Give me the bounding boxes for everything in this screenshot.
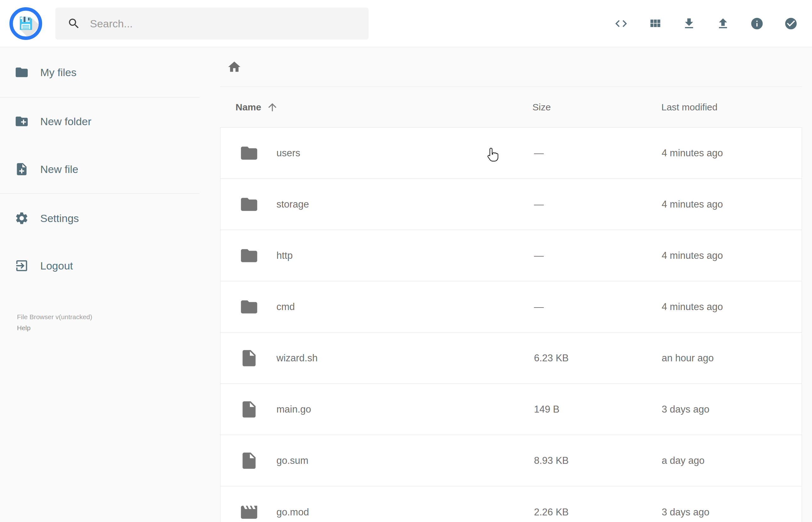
column-header-modified[interactable]: Last modified <box>662 102 802 113</box>
file-name: cmd <box>277 301 295 313</box>
file-name: http <box>277 250 293 261</box>
file-name: users <box>277 147 300 159</box>
folder-icon <box>239 143 259 163</box>
file-modified: an hour ago <box>662 353 801 364</box>
file-size: — <box>533 250 662 261</box>
file-name: main.go <box>277 404 311 415</box>
file-plus-icon <box>15 162 29 176</box>
file-modified: 4 minutes ago <box>662 147 801 159</box>
folder-icon <box>239 195 259 214</box>
file-modified: 4 minutes ago <box>662 301 801 313</box>
app-version: File Browser v(untracked) <box>17 311 199 322</box>
movie-icon <box>239 502 259 522</box>
file-size: 8.93 KB <box>533 455 662 466</box>
file-modified: 4 minutes ago <box>662 199 801 210</box>
file-modified: 4 minutes ago <box>662 250 801 261</box>
code-button[interactable] <box>614 17 628 31</box>
sidebar-item-label: Settings <box>40 212 79 224</box>
sidebar-divider <box>0 97 199 98</box>
file-size: — <box>533 147 662 159</box>
grid-icon <box>648 17 662 31</box>
folder-plus-icon <box>15 114 29 128</box>
home-icon <box>227 60 242 74</box>
app-logo[interactable] <box>9 7 42 40</box>
file-name: wizard.sh <box>277 353 318 364</box>
upload-icon <box>716 17 730 31</box>
select-button[interactable] <box>784 17 798 31</box>
sidebar-item-label: Logout <box>40 260 73 272</box>
table-row[interactable]: wizard.sh6.23 KBan hour ago <box>221 333 801 384</box>
breadcrumb <box>199 47 812 86</box>
sort-ascending-icon <box>266 101 278 113</box>
file-modified: 3 days ago <box>662 507 801 518</box>
sidebar-item-label: My files <box>40 66 76 79</box>
sidebar: My files New folder New file Settings Lo… <box>0 47 199 522</box>
folder-icon <box>15 65 29 80</box>
sidebar-item-label: New file <box>40 163 78 176</box>
download-button[interactable] <box>682 17 696 31</box>
search-icon <box>67 17 81 30</box>
folder-icon <box>239 297 259 317</box>
file-size: 2.26 KB <box>533 507 662 518</box>
code-icon <box>614 17 628 31</box>
file-icon <box>239 400 259 419</box>
upload-button[interactable] <box>716 17 730 31</box>
file-listing: users—4 minutes agostorage—4 minutes ago… <box>220 127 802 522</box>
sidebar-item-logout[interactable]: Logout <box>0 249 199 282</box>
download-icon <box>682 17 696 31</box>
file-modified: 3 days ago <box>662 404 801 415</box>
logout-icon <box>15 259 29 273</box>
home-button[interactable] <box>227 60 242 74</box>
file-size: 149 B <box>533 404 662 415</box>
file-name: go.mod <box>277 507 309 518</box>
file-name: storage <box>277 199 309 210</box>
file-name: go.sum <box>277 455 308 466</box>
table-row[interactable]: users—4 minutes ago <box>221 128 801 179</box>
sidebar-item-new-folder[interactable]: New folder <box>0 105 199 138</box>
sidebar-item-my-files[interactable]: My files <box>0 56 199 89</box>
info-button[interactable] <box>750 17 764 31</box>
sidebar-item-settings[interactable]: Settings <box>0 202 199 235</box>
header-actions <box>614 0 798 47</box>
table-row[interactable]: go.sum8.93 KBa day ago <box>221 435 801 486</box>
column-header-size[interactable]: Size <box>532 102 662 113</box>
sidebar-item-new-file[interactable]: New file <box>0 153 199 185</box>
file-modified: a day ago <box>662 455 801 466</box>
file-icon <box>239 451 259 470</box>
folder-icon <box>239 246 259 265</box>
file-size: — <box>533 199 662 210</box>
info-icon <box>750 17 764 31</box>
listing-header: Name Size Last modified <box>220 87 802 127</box>
header <box>0 0 812 47</box>
grid-view-button[interactable] <box>648 17 662 31</box>
main-content: Name Size Last modified users—4 minutes … <box>199 47 812 522</box>
gear-icon <box>15 211 29 225</box>
column-header-name[interactable]: Name <box>220 101 532 113</box>
table-row[interactable]: cmd—4 minutes ago <box>221 281 801 333</box>
search-input[interactable] <box>90 18 360 30</box>
table-row[interactable]: go.mod2.26 KB3 days ago <box>221 486 801 522</box>
file-icon <box>239 348 259 368</box>
file-size: — <box>533 301 662 313</box>
help-link[interactable]: Help <box>17 322 199 333</box>
file-size: 6.23 KB <box>533 353 662 364</box>
check-circle-icon <box>784 17 798 31</box>
table-row[interactable]: http—4 minutes ago <box>221 230 801 281</box>
table-row[interactable]: storage—4 minutes ago <box>221 179 801 230</box>
search-bar[interactable] <box>55 7 369 40</box>
table-row[interactable]: main.go149 B3 days ago <box>221 384 801 435</box>
sidebar-footer: File Browser v(untracked) Help <box>0 311 199 333</box>
sidebar-item-label: New folder <box>40 115 92 128</box>
